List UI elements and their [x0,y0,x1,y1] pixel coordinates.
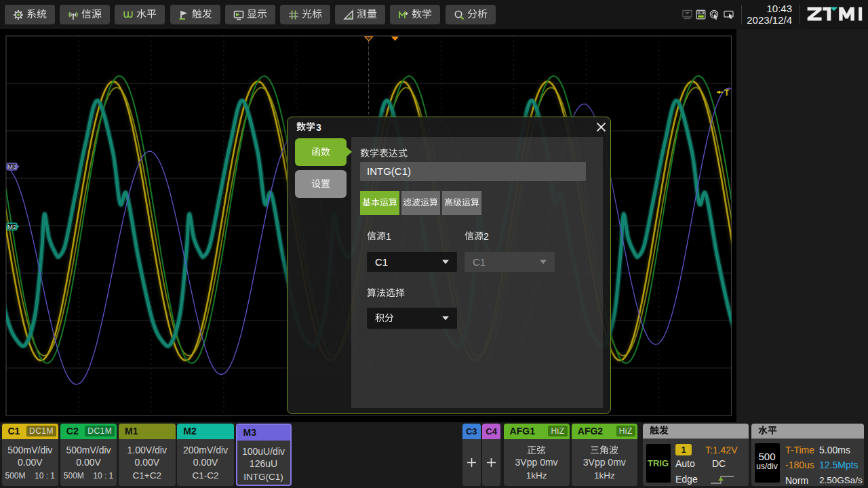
svg-text:M2: M2 [7,223,16,230]
svg-text:T: T [724,88,730,98]
svg-text:M3: M3 [7,163,16,170]
